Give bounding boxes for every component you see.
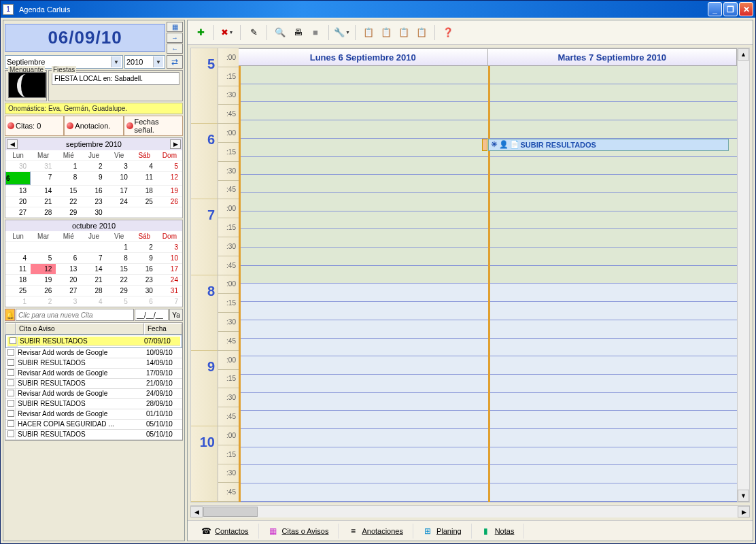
- tab-citas[interactable]: ▦Citas o Avisos: [259, 524, 339, 539]
- calendar-day[interactable]: 24: [107, 196, 132, 207]
- calendar-day[interactable]: 6: [132, 296, 157, 307]
- time-slot[interactable]: [490, 302, 738, 320]
- time-slot[interactable]: [241, 175, 488, 193]
- time-slot[interactable]: [490, 229, 738, 248]
- calendar-day[interactable]: 17: [157, 263, 182, 274]
- new-cita-go-button[interactable]: Ya: [169, 309, 183, 321]
- calendar-day[interactable]: 14: [31, 185, 56, 196]
- task-row[interactable]: SUBIR RESULTADOS14/09/10: [5, 358, 182, 369]
- calendar-day[interactable]: 8: [107, 252, 132, 263]
- calendar-day[interactable]: 4: [81, 296, 106, 307]
- scroll-thumb[interactable]: [203, 507, 258, 517]
- calendar-day[interactable]: [5, 241, 31, 252]
- calendar-day[interactable]: [107, 207, 132, 218]
- calendar-day[interactable]: 5: [31, 252, 56, 263]
- task-row[interactable]: SUBIR RESULTADOS07/09/10: [5, 335, 182, 348]
- time-slot[interactable]: [490, 356, 738, 375]
- time-slot[interactable]: [241, 157, 488, 175]
- time-slot[interactable]: [490, 375, 738, 393]
- calendar-day[interactable]: 4: [132, 160, 157, 171]
- time-slot[interactable]: [490, 84, 738, 103]
- calendar-day[interactable]: 22: [107, 274, 132, 285]
- time-slot[interactable]: [490, 429, 738, 447]
- tools-button[interactable]: 🔧▼: [334, 25, 349, 40]
- edit-button[interactable]: ✎: [246, 25, 261, 40]
- cal-prev[interactable]: ◀: [7, 139, 18, 149]
- calendar-area[interactable]: 5678910 :00:15:30:45:00:15:30:45:00:15:3…: [190, 48, 750, 503]
- calendar-day[interactable]: 21: [31, 196, 56, 207]
- calendar-day[interactable]: 18: [132, 185, 157, 196]
- time-slot[interactable]: [241, 339, 488, 357]
- time-slot[interactable]: [241, 211, 488, 230]
- calendar-day[interactable]: [81, 241, 106, 252]
- time-slot[interactable]: [490, 102, 738, 120]
- date-grid-icon[interactable]: ▦: [167, 22, 183, 32]
- task-row[interactable]: SUBIR RESULTADOS21/09/10: [5, 379, 182, 389]
- search-button[interactable]: 🔍: [273, 25, 288, 40]
- calendar-day[interactable]: 23: [81, 196, 106, 207]
- time-slot[interactable]: [241, 248, 488, 266]
- calendar-day[interactable]: 3: [56, 296, 81, 307]
- tab-planing[interactable]: ⊞Planing: [413, 524, 472, 539]
- calendar-day[interactable]: 3: [157, 241, 182, 252]
- scroll-down-button[interactable]: ▼: [738, 490, 749, 502]
- calendar-day[interactable]: 30: [132, 285, 157, 296]
- horizontal-scrollbar[interactable]: ◀ ▶: [190, 505, 750, 517]
- calendar-day[interactable]: 4: [5, 252, 31, 263]
- tab-anotaciones[interactable]: ≡Anotaciones: [339, 524, 413, 539]
- time-slot[interactable]: [490, 483, 738, 502]
- calendar-day[interactable]: 7: [31, 171, 56, 185]
- calendar-day[interactable]: 2: [31, 296, 56, 307]
- anotacion-button[interactable]: Anotacion.: [64, 116, 123, 136]
- calendar-day[interactable]: 27: [5, 207, 31, 218]
- calendar-day[interactable]: 3: [107, 160, 132, 171]
- date-next-button[interactable]: →: [167, 33, 183, 43]
- calendar-day[interactable]: 8: [56, 171, 81, 185]
- calendar-day[interactable]: 12: [31, 263, 56, 274]
- calendar-day[interactable]: 18: [5, 274, 31, 285]
- calendar-day[interactable]: 16: [132, 263, 157, 274]
- swap-button[interactable]: ⇄: [167, 55, 183, 69]
- task-row[interactable]: SUBIR RESULTADOS28/09/10: [5, 399, 182, 409]
- time-slot[interactable]: [490, 393, 738, 411]
- calendar-day[interactable]: 13: [56, 263, 81, 274]
- year-select[interactable]: 2010 ▼: [124, 55, 165, 69]
- tab-contactos[interactable]: ☎Contactos: [192, 524, 259, 539]
- task-row[interactable]: Revisar Add words de Google01/10/10: [5, 409, 182, 420]
- day-column[interactable]: [239, 66, 488, 502]
- task-row[interactable]: Revisar Add words de Google17/09/10: [5, 369, 182, 379]
- delete-button[interactable]: ✖▼: [220, 25, 235, 40]
- day-column[interactable]: [488, 66, 738, 502]
- time-slot[interactable]: [241, 66, 488, 84]
- time-slot[interactable]: [490, 211, 738, 230]
- stop-button[interactable]: ■: [308, 25, 323, 40]
- day-grid[interactable]: ☀ 👤 📄 SUBIR RESULTADOS: [239, 66, 737, 502]
- maximize-button[interactable]: ❐: [723, 2, 738, 16]
- scroll-up-button[interactable]: ▲: [738, 48, 749, 61]
- close-button[interactable]: ✕: [739, 2, 753, 16]
- calendar-day[interactable]: 30: [5, 160, 31, 171]
- task-row[interactable]: Revisar Add words de Google24/09/10: [5, 389, 182, 399]
- calendar-day[interactable]: 9: [81, 171, 106, 185]
- calendar-day[interactable]: 11: [5, 263, 31, 274]
- task-row[interactable]: SUBIR RESULTADOS05/10/10: [5, 430, 182, 440]
- calendar-day[interactable]: 24: [157, 274, 182, 285]
- scroll-left-button[interactable]: ◀: [190, 506, 203, 517]
- time-slot[interactable]: [490, 248, 738, 266]
- time-slot[interactable]: [241, 356, 488, 375]
- time-slot[interactable]: [241, 139, 488, 157]
- calendar-day[interactable]: 15: [56, 185, 81, 196]
- date-prev-button[interactable]: ←: [167, 44, 183, 54]
- citas-count-button[interactable]: Citas: 0: [5, 116, 64, 136]
- time-slot[interactable]: [490, 447, 738, 466]
- calendar-day[interactable]: 30: [81, 207, 106, 218]
- time-slot[interactable]: [241, 411, 488, 429]
- calendar-day[interactable]: 25: [132, 196, 157, 207]
- time-slot[interactable]: [490, 157, 738, 175]
- tab-notas[interactable]: ▮Notas: [472, 524, 525, 539]
- calendar-day[interactable]: 21: [81, 274, 106, 285]
- time-slot[interactable]: [241, 120, 488, 139]
- mini-calendar-september[interactable]: ◀septiembre 2010▶LunMarMiéJueVieSábDom30…: [5, 137, 183, 218]
- calendar-day[interactable]: [31, 241, 56, 252]
- time-slot[interactable]: [241, 393, 488, 411]
